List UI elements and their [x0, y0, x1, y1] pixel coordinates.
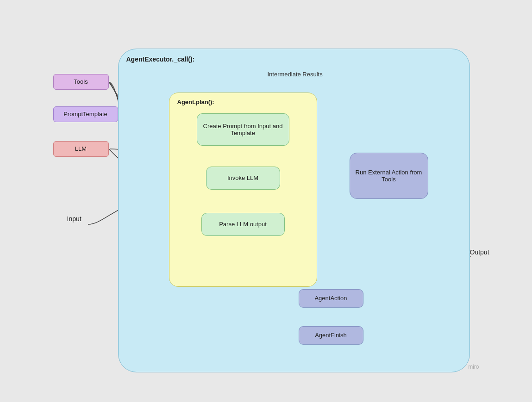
intermediate-results-label: Intermediate Results — [268, 71, 323, 78]
run-external-action-box: Run External Action from Tools — [350, 153, 428, 199]
create-prompt-box: Create Prompt from Input and Template — [197, 113, 289, 146]
input-label: Input — [67, 215, 81, 223]
diagram-container: AgentExecutor._call(): Agent.plan(): Cre… — [35, 21, 498, 382]
llm-box: LLM — [53, 141, 109, 157]
agent-finish-box: AgentFinish — [299, 326, 363, 345]
agent-action-box: AgentAction — [299, 289, 363, 308]
tools-box: Tools — [53, 74, 109, 90]
agent-executor-label: AgentExecutor._call(): — [126, 56, 195, 63]
parse-llm-box: Parse LLM output — [201, 213, 285, 236]
invoke-llm-box: Invoke LLM — [206, 167, 280, 190]
agent-plan-label: Agent.plan(): — [177, 99, 214, 105]
output-label: Output — [470, 248, 489, 256]
miro-watermark: miro — [468, 364, 479, 370]
prompt-template-box: PromptTemplate — [53, 106, 118, 122]
